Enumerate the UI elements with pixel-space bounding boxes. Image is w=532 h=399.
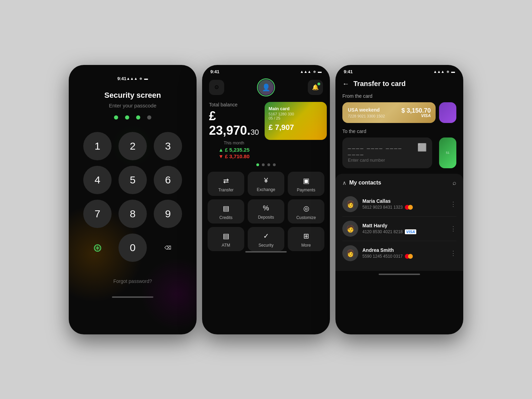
dot-1 xyxy=(114,115,118,120)
key-3[interactable]: 3 xyxy=(154,132,182,160)
credits-button[interactable]: ▤ Credits xyxy=(208,199,244,224)
more-icon: ⊞ xyxy=(303,232,309,240)
contact-avatar-matt: 🧑 xyxy=(342,221,358,237)
month-stats: ▲ £ 5,235.25 ▼ £ 3,710.80 xyxy=(209,147,259,159)
contact-item-matt[interactable]: 🧑 Matt Hardy 4120 8530 4021 8218 VISA ⋮ xyxy=(342,217,456,241)
status-bar-3: 9:41 ▲▲▲ ⌾ ▬ xyxy=(335,65,463,76)
avatar[interactable]: 👤 xyxy=(257,78,275,96)
transfer-label: Transfer xyxy=(218,188,234,192)
passcode-dots xyxy=(114,115,151,120)
card-input-box[interactable]: ____ ____ ____ ____ Enter card number ⬜ xyxy=(342,137,432,168)
key-7[interactable]: 7 xyxy=(83,200,112,228)
contact-name-maria: Maria Callas xyxy=(362,198,446,204)
dot-4 xyxy=(273,163,276,166)
green-card-preview: 51 xyxy=(439,137,456,168)
atm-button[interactable]: ▤ ATM xyxy=(208,227,244,251)
contact-avatar-andrea: 👩 xyxy=(342,245,358,261)
to-card-row: ____ ____ ____ ____ Enter card number ⬜ … xyxy=(335,137,463,168)
card-widget-number: 5167 1280 330 xyxy=(269,112,323,116)
contact-card-num-matt: 4120 8530 4021 8218 xyxy=(362,229,403,234)
customize-button[interactable]: ◎ Customize xyxy=(288,199,324,224)
contact-card-row-matt: 4120 8530 4021 8218 VISA xyxy=(362,229,446,234)
key-2[interactable]: 2 xyxy=(118,132,147,160)
visa-icon-matt: VISA xyxy=(405,229,417,234)
security-label: Security xyxy=(258,243,273,248)
key-8[interactable]: 8 xyxy=(118,200,147,228)
dot-active xyxy=(256,163,259,166)
key-delete[interactable]: ⌫ xyxy=(154,234,182,262)
screen1-subtitle: Enter your passcode xyxy=(109,103,156,108)
key-6[interactable]: 6 xyxy=(154,166,182,194)
transfer-icon: ⇄ xyxy=(223,177,229,185)
contact-info-andrea: Andrea Smith 5590 1245 4510 0317 xyxy=(362,247,446,259)
gear-icon: ⚙ xyxy=(214,84,219,91)
search-icon[interactable]: ⌕ xyxy=(453,179,456,187)
signal-icon: ▲▲▲ xyxy=(126,76,138,80)
contact-item-maria[interactable]: 👩 Maria Callas 5812 9023 8431 1323 ⋮ xyxy=(342,192,456,217)
credits-label: Credits xyxy=(219,215,232,220)
contact-card-row-maria: 5812 9023 8431 1323 xyxy=(362,205,446,210)
notification-button[interactable]: 🔔 xyxy=(308,80,323,95)
contact-item-andrea[interactable]: 👩 Andrea Smith 5590 1245 4510 0317 ⋮ xyxy=(342,241,456,265)
back-button[interactable]: ← xyxy=(342,80,349,88)
avatar-inner: 👤 xyxy=(258,80,274,95)
dot-3 xyxy=(267,163,270,166)
exchange-button[interactable]: ¥ Exchange xyxy=(248,172,284,196)
status-icons-3: ▲▲▲ ⌾ ▬ xyxy=(433,69,455,74)
contact-more-maria[interactable]: ⋮ xyxy=(450,200,456,208)
key-fingerprint[interactable]: ⊛ xyxy=(83,234,112,262)
key-4[interactable]: 4 xyxy=(83,166,112,194)
main-card-widget[interactable]: Main card 5167 1280 330 05 / 25 £ 7,907 xyxy=(265,102,327,140)
security-button[interactable]: ✓ Security xyxy=(248,227,284,251)
dot-3 xyxy=(136,115,140,120)
wifi-icon: ⌾ xyxy=(140,76,142,80)
transfer-title: Transfer to card xyxy=(353,80,406,88)
mastercard-icon-andrea xyxy=(405,254,413,259)
up-arrow-icon: ▲ xyxy=(218,147,224,153)
key-1[interactable]: 1 xyxy=(83,132,112,160)
card-widget-expiry: 05 / 25 xyxy=(269,116,323,120)
card-input-placeholder: Enter card number xyxy=(348,158,417,163)
contact-card-num-maria: 5812 9023 8431 1323 xyxy=(362,205,403,210)
battery-icon: ▬ xyxy=(144,76,148,80)
balance-label: Total balance xyxy=(209,102,259,107)
dot-4 xyxy=(147,115,151,120)
deposits-button[interactable]: % Deposits xyxy=(248,199,284,224)
payments-button[interactable]: ▣ Payments xyxy=(288,172,324,196)
forgot-password[interactable]: Forgot password? xyxy=(113,278,152,284)
contact-more-matt[interactable]: ⋮ xyxy=(450,225,456,232)
card-dashes: ____ ____ ____ ____ xyxy=(348,143,417,155)
key-5[interactable]: 5 xyxy=(118,166,147,194)
contacts-header: ∧ My contacts ⌕ xyxy=(342,179,456,187)
second-card-preview[interactable] xyxy=(439,102,456,123)
status-bar-1: 9:41 ▲▲▲ ⌾ ▬ xyxy=(109,72,156,83)
home-indicator-2 xyxy=(245,251,287,253)
transfer-button[interactable]: ⇄ Transfer xyxy=(208,172,244,196)
chevron-up-icon[interactable]: ∧ xyxy=(342,180,346,186)
notification-dot xyxy=(317,83,320,85)
atm-icon: ▤ xyxy=(223,232,229,240)
from-card[interactable]: USA weekend 7228 9021 3300 1502 $ 3,150.… xyxy=(342,102,436,123)
settings-button[interactable]: ⚙ xyxy=(209,80,224,95)
transfer-header: ← Transfer to card xyxy=(335,76,463,93)
fingerprint-icon: ⊛ xyxy=(93,241,102,254)
more-label: More xyxy=(301,243,311,248)
dot-2 xyxy=(125,115,129,120)
home-indicator-3 xyxy=(379,274,420,275)
dashboard-header: ⚙ 👤 🔔 xyxy=(202,76,330,102)
more-button[interactable]: ⊞ More xyxy=(288,227,324,251)
security-phone: 9:41 ▲▲▲ ⌾ ▬ Security screen Enter your … xyxy=(69,65,197,334)
scan-icon[interactable]: ⬜ xyxy=(417,143,427,152)
contact-card-row-andrea: 5590 1245 4510 0317 xyxy=(362,254,446,259)
key-9[interactable]: 9 xyxy=(154,200,182,228)
down-arrow-icon: ▼ xyxy=(218,153,224,159)
screen1-title: Security screen xyxy=(104,91,161,100)
payments-icon: ▣ xyxy=(303,177,310,185)
this-month-label: This month xyxy=(209,141,259,145)
key-0[interactable]: 0 xyxy=(118,234,147,262)
security-icon: ✓ xyxy=(263,232,269,240)
screens-container: 9:41 ▲▲▲ ⌾ ▬ Security screen Enter your … xyxy=(69,65,463,334)
carousel-dots xyxy=(202,163,330,166)
contact-name-matt: Matt Hardy xyxy=(362,223,446,228)
contact-more-andrea[interactable]: ⋮ xyxy=(450,249,456,257)
